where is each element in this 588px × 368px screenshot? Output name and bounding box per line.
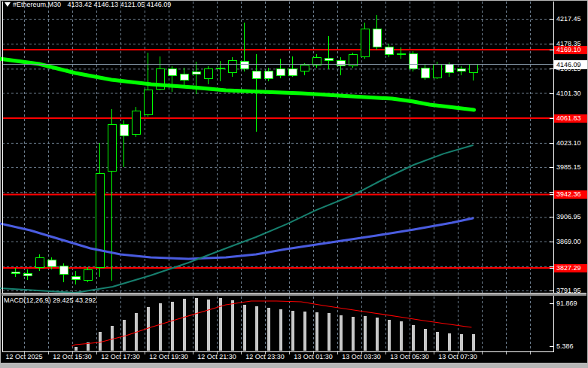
- bear-candle-body: [168, 69, 176, 75]
- bear-candle-body: [385, 47, 393, 55]
- bear-candle-body: [337, 60, 345, 66]
- bear-candle-body: [373, 29, 381, 47]
- bear-candle-body: [59, 266, 68, 274]
- bear-candle-body: [445, 64, 453, 73]
- macd-histogram-bar: [231, 300, 234, 351]
- bear-candle-body: [288, 69, 297, 75]
- macd-histogram-bar: [388, 320, 391, 351]
- bull-candle-body: [108, 124, 116, 171]
- macd-histogram-bar: [195, 298, 198, 351]
- bull-candle-body: [84, 269, 92, 280]
- time-axis[interactable]: [2, 352, 554, 363]
- bear-candle-body: [276, 69, 285, 75]
- chart-plot-area[interactable]: [0, 0, 588, 368]
- bear-candle-body: [421, 68, 429, 78]
- macd-histogram-bar: [183, 299, 186, 351]
- macd-histogram-bar: [364, 316, 367, 351]
- bear-candle-body: [23, 273, 32, 275]
- macd-histogram-bar: [448, 333, 451, 351]
- macd-histogram-bar: [340, 315, 343, 351]
- macd-histogram-bar: [436, 332, 439, 351]
- bull-candle-body: [132, 111, 140, 134]
- macd-histogram-bar: [279, 309, 282, 351]
- bear-candle-body: [72, 276, 80, 279]
- macd-histogram-bar: [243, 305, 246, 351]
- bear-candle-body: [397, 53, 405, 55]
- price-axis[interactable]: [554, 2, 588, 352]
- chart-window: #Ethereum,M30 4133.42 4146.13 4121.05 41…: [0, 0, 588, 368]
- macd-histogram-bar: [255, 306, 258, 351]
- bear-candle-body: [324, 59, 333, 60]
- bull-candle-body: [204, 69, 212, 79]
- bear-candle-body: [252, 71, 260, 79]
- macd-histogram-bar: [303, 312, 306, 351]
- macd-histogram-bar: [460, 334, 463, 351]
- bear-candle-body: [180, 74, 188, 81]
- macd-histogram-bar: [400, 321, 403, 351]
- bull-candle-body: [433, 64, 441, 78]
- macd-histogram-bar: [111, 326, 114, 351]
- macd-histogram-bar: [207, 300, 210, 351]
- macd-histogram-bar: [472, 334, 475, 351]
- macd-histogram-bar: [424, 329, 427, 351]
- bear-candle-body: [264, 71, 273, 79]
- bull-candle-body: [96, 173, 104, 267]
- bear-candle-body: [457, 69, 465, 71]
- bear-candle-body: [47, 260, 56, 266]
- bull-candle-body: [35, 257, 44, 267]
- bear-candle-body: [120, 124, 128, 135]
- bull-candle-body: [300, 65, 309, 71]
- bull-candle-body: [216, 68, 224, 69]
- macd-histogram-bar: [352, 317, 355, 351]
- bear-candle-body: [11, 272, 20, 273]
- bull-candle-body: [361, 29, 369, 56]
- bear-candle-body: [409, 54, 417, 69]
- bear-candle-body: [192, 72, 200, 74]
- ma-thick-green: [0, 59, 474, 110]
- bear-candle-body: [240, 62, 248, 69]
- macd-histogram-bar: [99, 332, 102, 351]
- macd-histogram-bar: [291, 311, 294, 351]
- bull-candle-body: [144, 90, 152, 114]
- bull-candle-body: [228, 60, 236, 73]
- pane-splitter-handle[interactable]: [2, 292, 586, 297]
- macd-histogram-bar: [159, 303, 162, 351]
- bull-candle-body: [469, 65, 477, 73]
- macd-histogram-bar: [412, 325, 415, 351]
- macd-histogram-bar: [376, 318, 379, 351]
- macd-histogram-bar: [171, 302, 174, 351]
- macd-histogram-bar: [267, 308, 270, 351]
- macd-histogram-bar: [315, 312, 318, 351]
- macd-histogram-bar: [123, 320, 126, 351]
- macd-histogram-bar: [75, 347, 78, 351]
- ma-blue: [0, 218, 473, 259]
- macd-histogram-bar: [328, 313, 331, 351]
